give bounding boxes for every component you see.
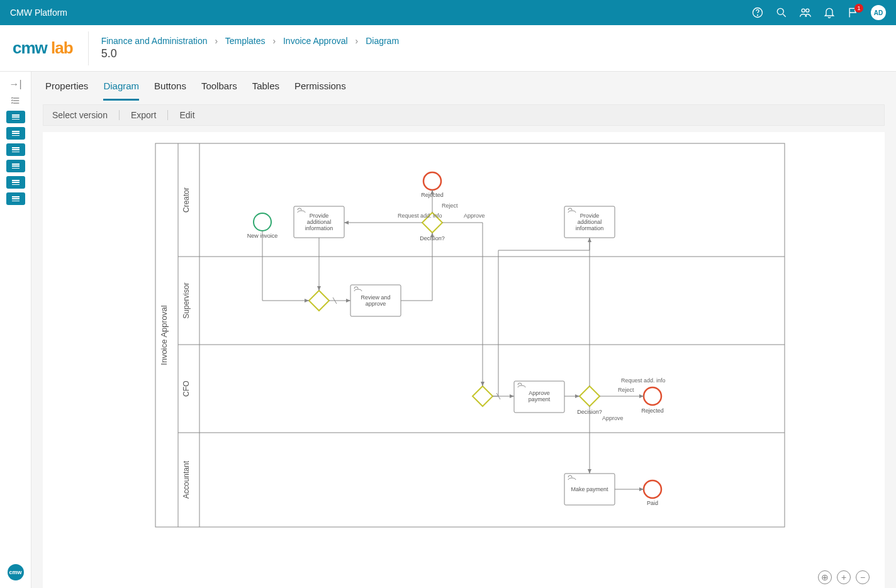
main-panel: Properties Diagram Buttons Toolbars Tabl… — [31, 72, 896, 588]
end-event-label: Paid — [647, 500, 658, 506]
tabs: Properties Diagram Buttons Toolbars Tabl… — [43, 72, 885, 101]
flag-icon[interactable]: 1 — [847, 6, 860, 19]
sidebar-button[interactable] — [6, 176, 25, 189]
toolbar: Select version Export Edit — [43, 104, 885, 126]
tab-tables[interactable]: Tables — [252, 80, 279, 101]
start-event[interactable] — [254, 213, 271, 231]
tab-diagram[interactable]: Diagram — [103, 80, 139, 101]
logo: cmw lab — [13, 38, 73, 58]
edge-label: Reject — [618, 387, 634, 393]
svg-text:Review and: Review and — [361, 294, 390, 301]
select-version-button[interactable]: Select version — [52, 110, 108, 120]
edge-label: Approve — [602, 415, 624, 421]
people-icon[interactable] — [799, 6, 812, 19]
sidebar-button[interactable] — [6, 160, 25, 172]
version: 5.0 — [101, 47, 399, 60]
expand-icon[interactable]: →| — [9, 78, 22, 91]
task-make-payment[interactable]: Make payment — [564, 474, 615, 505]
list-icon[interactable] — [9, 94, 22, 107]
edit-button[interactable]: Edit — [179, 110, 194, 120]
svg-point-2 — [777, 8, 783, 14]
tab-permissions[interactable]: Permissions — [294, 80, 346, 101]
tab-toolbars[interactable]: Toolbars — [201, 80, 237, 101]
lane-label: Creator — [182, 187, 191, 213]
svg-point-1 — [758, 15, 758, 16]
zoom-fit-button[interactable]: ⊕ — [818, 570, 832, 584]
breadcrumb: Finance and Administration › Templates ›… — [101, 36, 399, 46]
pool — [155, 143, 785, 527]
svg-point-5 — [806, 9, 809, 12]
sidebar-button[interactable] — [6, 111, 25, 123]
end-event-paid[interactable] — [644, 480, 661, 498]
edge-label: Reject — [442, 202, 458, 209]
divider — [119, 110, 120, 120]
breadcrumb-item[interactable]: Invoice Approval — [283, 36, 348, 46]
svg-text:Make payment: Make payment — [571, 486, 608, 492]
pool-label: Invoice Approval — [159, 305, 169, 365]
header: cmw lab Finance and Administration › Tem… — [0, 25, 896, 72]
task-review-approve[interactable]: Review and approve — [350, 285, 401, 316]
zoom-controls: ⊕ + − — [818, 570, 870, 584]
end-event-rejected-2[interactable] — [644, 387, 661, 405]
chevron-right-icon: › — [272, 36, 276, 46]
zoom-out-button[interactable]: − — [856, 570, 870, 584]
svg-text:Provide: Provide — [310, 213, 329, 219]
lane-label: Accountant — [182, 460, 191, 499]
topbar-icons: 1 AD — [751, 5, 886, 20]
end-event-rejected-1[interactable] — [423, 172, 441, 190]
task-approve-payment[interactable]: Approve payment — [514, 381, 564, 413]
lane-label: CFO — [182, 380, 191, 396]
zoom-in-button[interactable]: + — [837, 570, 851, 584]
task-provide-info-1[interactable]: Provide additional information — [294, 206, 344, 238]
breadcrumb-item[interactable]: Templates — [225, 36, 266, 46]
sidebar-button[interactable] — [6, 143, 25, 156]
svg-text:payment: payment — [529, 396, 551, 402]
search-icon[interactable] — [775, 6, 788, 19]
notification-badge: 1 — [854, 4, 863, 13]
lane-label: Supervisor — [182, 282, 191, 318]
help-icon[interactable] — [751, 6, 764, 19]
end-event-label: Rejected — [641, 408, 664, 414]
avatar[interactable]: AD — [871, 5, 886, 20]
edge-label: Request add. info — [398, 213, 442, 219]
chevron-right-icon: › — [356, 36, 359, 46]
topbar: CMW Platform 1 AD — [0, 0, 896, 25]
task-provide-info-2[interactable]: Provide additional information — [564, 206, 615, 238]
svg-line-3 — [783, 14, 786, 17]
breadcrumb-item[interactable]: Finance and Administration — [101, 36, 208, 46]
sidebar-button[interactable] — [6, 192, 25, 205]
svg-text:additional: additional — [307, 219, 332, 225]
tab-properties[interactable]: Properties — [45, 80, 88, 101]
bell-icon[interactable] — [823, 6, 836, 19]
cmw-badge[interactable]: cmw — [8, 564, 24, 580]
svg-text:information: information — [305, 225, 333, 231]
export-button[interactable]: Export — [131, 110, 156, 120]
diagram-canvas[interactable]: Invoice Approval Creator Supervisor CFO … — [43, 132, 885, 588]
app-title: CMW Platform — [10, 8, 67, 18]
chevron-right-icon: › — [215, 36, 218, 46]
tab-buttons[interactable]: Buttons — [154, 80, 186, 101]
sidebar-button[interactable] — [6, 127, 25, 140]
svg-text:approve: approve — [366, 301, 386, 307]
svg-text:additional: additional — [578, 219, 602, 225]
svg-point-4 — [802, 9, 805, 12]
svg-text:Approve: Approve — [529, 390, 550, 396]
logo-part1: cmw — [13, 38, 47, 57]
logo-part2: lab — [51, 38, 73, 57]
divider — [167, 110, 168, 120]
svg-text:Provide: Provide — [580, 213, 600, 219]
edge-label: Request add. info — [621, 377, 666, 384]
left-sidebar: →| cmw — [0, 72, 31, 588]
breadcrumb-item[interactable]: Diagram — [366, 36, 399, 46]
svg-text:information: information — [576, 225, 604, 231]
edge-label: Approve — [464, 213, 485, 219]
